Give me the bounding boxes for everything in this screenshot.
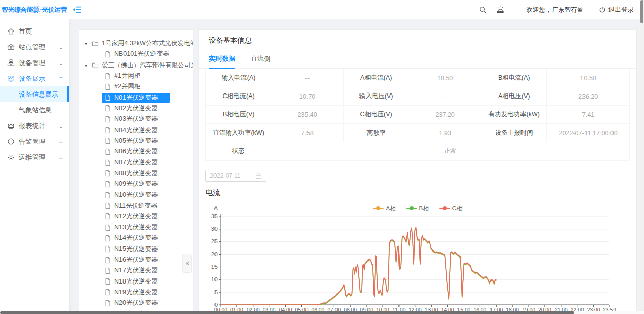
series-line-C相 — [221, 227, 496, 305]
file-icon — [104, 224, 111, 231]
horizontal-scrollbar-thumb[interactable] — [0, 311, 574, 314]
tree-node[interactable]: N05光伏逆变器 — [79, 136, 193, 146]
tree-node-label: N13光伏逆变器 — [114, 223, 158, 232]
sidebar-item-1[interactable]: 站点管理⌄ — [0, 39, 69, 55]
legend-item-0[interactable]: A相 — [373, 204, 395, 212]
tree-node[interactable]: N19光伏逆变器 — [79, 287, 193, 298]
tree-node[interactable]: N15光伏逆变器 — [79, 244, 193, 255]
tree-node-label: N09光伏逆变器 — [114, 180, 158, 189]
tree-node[interactable]: N03光伏逆变器 — [79, 114, 193, 124]
tree-node[interactable]: N20光伏逆变器 — [79, 298, 193, 308]
tree-folder[interactable]: ▾1号家用4.32kW分布式光伏发电站 — [79, 38, 193, 49]
sidebar-item-2[interactable]: 设备管理⌄ — [0, 55, 69, 71]
tree-folder[interactable]: ▾爱三（佛山）汽车部件有限公司光伏发 — [79, 60, 193, 71]
tree-node[interactable]: N17光伏逆变器 — [79, 265, 193, 276]
tree-node[interactable]: N09光伏逆变器 — [79, 179, 193, 190]
file-icon — [104, 159, 111, 166]
tree-node[interactable]: N04光伏逆变器 — [79, 124, 193, 135]
legend-label: B相 — [419, 205, 429, 212]
tree-node-box: N11光伏逆变器 — [102, 201, 170, 211]
sidebar-subitem-4[interactable]: 设备信息展示 — [0, 86, 69, 102]
tree-node[interactable]: #1并网柜 — [79, 71, 193, 81]
menu-item-label: 设备管理 — [19, 58, 45, 68]
tree-node-label: N17光伏逆变器 — [114, 266, 158, 275]
y-axis-tick-label: 25 — [211, 238, 218, 244]
status-label: 状态 — [206, 142, 271, 161]
legend-item-2[interactable]: C相 — [439, 204, 463, 212]
menu-item-label: 运维管理 — [19, 153, 45, 162]
y-axis-tick-label: 35 — [211, 213, 218, 219]
tree-node-box: N17光伏逆变器 — [102, 266, 170, 275]
file-icon — [104, 213, 111, 220]
folder-icon — [91, 61, 99, 69]
sidebar-item-6[interactable]: 报表统计⌄ — [0, 118, 69, 134]
legend-label: A相 — [386, 205, 395, 212]
tree-node[interactable]: N16光伏逆变器 — [79, 255, 193, 265]
file-icon — [104, 300, 111, 307]
date-picker[interactable]: 2022-07-11 — [205, 170, 266, 182]
welcome-text: 欢迎您，广东智有盈 — [527, 6, 584, 14]
menu-item-label: 设备信息展示 — [19, 90, 58, 99]
tree-node-label: N14光伏逆变器 — [114, 234, 158, 242]
tree-node-box: N10光伏逆变器 — [102, 190, 170, 200]
tree-node[interactable]: N10光伏逆变器 — [79, 190, 193, 200]
file-icon — [104, 235, 111, 242]
tree-node[interactable]: N11光伏逆变器 — [79, 200, 193, 211]
cell-label: 输入电流(A) — [206, 69, 271, 87]
table-row: B相电压(V)235.40C相电压(V)237.20有功发电功率(kW)7.41 — [206, 106, 630, 124]
tree-node-box: N18光伏逆变器 — [102, 277, 170, 287]
tree-node[interactable]: N14光伏逆变器 — [79, 233, 193, 243]
menu-item-label: 首页 — [19, 27, 32, 36]
status-value: 正常 — [271, 142, 630, 161]
sidebar-item-7[interactable]: 告警管理⌄ — [0, 134, 69, 149]
tree-collapse-handle[interactable]: « — [182, 254, 192, 273]
file-icon — [104, 94, 111, 101]
tree-node[interactable]: N01光伏逆变器 — [79, 92, 193, 103]
tree-node[interactable]: N06光伏逆变器 — [79, 146, 193, 157]
cell-value: 1.93 — [409, 124, 481, 142]
sidebar-subitem-5[interactable]: 气象站信息 — [0, 102, 69, 118]
gear-icon — [7, 153, 15, 161]
file-icon — [104, 202, 111, 209]
tree-node-label: N16光伏逆变器 — [114, 256, 158, 264]
tree-node-box: N14光伏逆变器 — [102, 233, 170, 243]
logout-button[interactable]: 退出登录 — [599, 6, 634, 14]
tree-node-label: N05光伏逆变器 — [114, 137, 158, 145]
tree-node[interactable]: NB0101光伏逆变器 — [79, 49, 193, 59]
vertical-scrollbar-thumb[interactable] — [640, 0, 643, 23]
tree-node-box: N06光伏逆变器 — [102, 147, 170, 156]
search-icon[interactable] — [479, 6, 487, 14]
tree-node-box: 爱三（佛山）汽车部件有限公司光伏发 — [89, 60, 193, 70]
file-icon — [104, 267, 111, 274]
sidebar-item-0[interactable]: 首页 — [0, 23, 69, 39]
file-icon — [104, 148, 111, 155]
tree-node[interactable]: N18光伏逆变器 — [79, 276, 193, 287]
sidebar-item-8[interactable]: 运维管理⌄ — [0, 149, 69, 165]
tab-0[interactable]: 实时数据 — [209, 50, 235, 69]
alarm-icon[interactable] — [496, 6, 504, 14]
tree-node[interactable]: N12光伏逆变器 — [79, 211, 193, 222]
sidebar-item-3[interactable]: 设备展示⌃ — [0, 71, 69, 86]
menu-fold-icon[interactable] — [72, 5, 81, 14]
tab-1[interactable]: 直流侧 — [251, 50, 270, 69]
tree-node[interactable]: N13光伏逆变器 — [79, 222, 193, 233]
cell-label: C相电压(V) — [344, 106, 409, 124]
tree-node[interactable]: #2并网柜 — [79, 81, 193, 92]
tree-node-label: N12光伏逆变器 — [114, 212, 158, 221]
tree-node-box: #2并网柜 — [102, 82, 152, 91]
menu-item-label: 设备展示 — [19, 74, 45, 83]
tree-node[interactable]: N07光伏逆变器 — [79, 157, 193, 168]
file-icon — [104, 278, 111, 285]
tree-node-box: N20光伏逆变器 — [102, 298, 170, 308]
tree-node[interactable]: N02光伏逆变器 — [79, 103, 193, 114]
file-icon — [104, 105, 111, 112]
tree-node-box: N03光伏逆变器 — [102, 114, 170, 124]
file-icon — [104, 127, 111, 134]
tree-node-box: #1并网柜 — [102, 71, 152, 81]
tree-node[interactable]: N08光伏逆变器 — [79, 168, 193, 179]
cell-value: 10.70 — [271, 87, 344, 106]
file-icon — [104, 181, 111, 188]
chart-legend: A相B相C相 — [205, 204, 630, 212]
legend-item-1[interactable]: B相 — [406, 204, 429, 212]
panel-title: 设备基本信息 — [199, 30, 636, 50]
